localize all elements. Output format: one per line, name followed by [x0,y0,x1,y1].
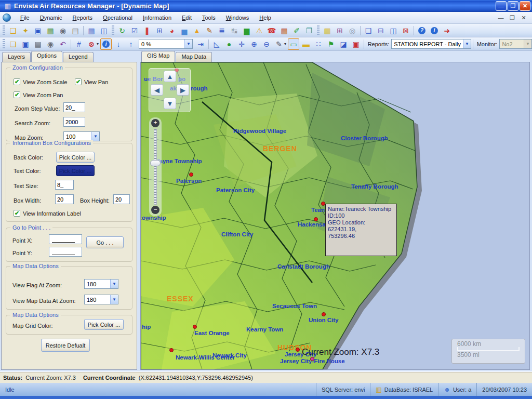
tab-legend[interactable]: Legend [63,52,94,62]
key-icon-button[interactable]: ✦ [20,25,31,36]
restore-button[interactable]: ❐ [508,1,518,11]
measure-icon-button[interactable]: ▬ [300,38,312,50]
text-color-button[interactable]: Pick Color ... [56,165,95,176]
menu-help[interactable]: Help [254,13,276,22]
print-icon-button[interactable]: ▤ [32,38,44,50]
pan-mode-icon-button[interactable]: ✛ [236,38,247,50]
save-icon-button[interactable]: ▣ [32,25,44,36]
calendar-icon-button[interactable]: ▦ [278,25,290,36]
minimize-button[interactable]: — [496,1,507,11]
close-window-icon-button[interactable]: ⊠ [400,25,411,36]
view-zoom-scale-checkbox[interactable]: ✔ View Zoom Scale [14,78,67,85]
print-icon-button[interactable]: ▤ [70,25,81,36]
text-size-input[interactable] [55,180,74,190]
help-icon-button[interactable]: ? [416,25,428,36]
zoom-down-icon-button[interactable]: ↓ [113,38,124,50]
warning-icon-button[interactable]: ⚠ [254,25,265,36]
pan-left-button[interactable]: ◀ [151,84,163,96]
undo-icon-button[interactable]: ↶ [57,38,69,50]
zoom-slider-thumb[interactable] [150,160,161,166]
chevron-down-icon[interactable]: ▼ [110,295,118,304]
map-grid-icon-button[interactable]: # [73,38,85,50]
multi-chart-icon-button[interactable]: ▆ [241,25,252,36]
layers-level-icon-button[interactable]: ⇥ [195,38,206,50]
view-information-label-checkbox[interactable]: ✔ View Information Label [14,210,81,217]
save-icon-button[interactable]: ▣ [20,38,31,50]
back-color-button[interactable]: Pick Color ... [56,152,95,163]
compare-icon-button[interactable]: ↹ [229,25,240,36]
pointer-pen-icon-button[interactable]: ✎ [273,38,285,50]
pie-chart-icon-button[interactable]: ◕ [166,25,178,36]
station-marker[interactable] [296,348,300,352]
menu-operational[interactable]: Operational [98,13,138,22]
tile-horizontal-icon-button[interactable]: ⊟ [375,25,387,36]
tab-map-data[interactable]: Map Data [176,52,212,62]
zoom-up-icon-button[interactable]: ↑ [125,38,137,50]
search-zoom-input[interactable] [63,117,85,127]
dropdown-caret-icon[interactable]: ▾ [97,42,99,46]
chevron-down-icon[interactable]: ▼ [184,39,192,48]
calculator-icon-button[interactable]: ⊞ [334,25,345,36]
station-marker[interactable] [314,217,318,221]
view-flag-at-zoom-combo[interactable]: 180 ▼ [84,279,118,289]
pan-up-button[interactable]: ▲ [164,71,176,82]
menu-windows[interactable]: Windows [221,13,255,22]
about-info-icon-button[interactable]: i [429,25,440,36]
map-grid-color-button[interactable]: Pick Color ... [84,319,124,330]
exit-icon-button[interactable]: ➜ [441,25,453,36]
highlighter-icon-button[interactable]: ✎ [204,25,215,36]
reports-combo[interactable]: STATION REPORT - Daily ▼ [391,39,471,49]
refresh-icon-button[interactable]: ↻ [116,25,128,36]
menu-information[interactable]: Information [138,13,177,22]
box-height-input[interactable] [113,194,130,204]
chevron-down-icon[interactable]: ▼ [463,39,471,48]
cascade-windows-icon-button[interactable]: ❏ [363,25,374,36]
flag-icon-button[interactable]: ⚑ [325,38,337,50]
menu-edit[interactable]: Edit [177,13,197,22]
pencil-icon-button[interactable]: ✐ [291,25,302,36]
view-map-data-at-zoom-combo[interactable]: 180 ▼ [84,295,118,304]
station-marker[interactable] [169,348,174,352]
tile-vertical-icon-button[interactable]: ◫ [388,25,399,36]
database-icon-button[interactable]: ▥ [322,25,333,36]
print-preview-icon-button[interactable]: ◉ [45,38,56,50]
select-scale-icon-button[interactable]: ◺ [211,38,222,50]
dots-grid-icon-button[interactable]: ∷ [313,38,324,50]
point-x-input[interactable] [49,234,82,244]
cd-icon-button[interactable]: ◎ [347,25,358,36]
zoom-out-icon-button[interactable]: ⊖ [261,38,272,50]
shapes-icon-button[interactable]: ▲ [191,25,203,36]
station-marker[interactable] [193,325,197,329]
box-width-input[interactable] [55,194,74,204]
zoom-out-button[interactable]: − [151,206,159,214]
restore-default-button[interactable]: Restore Defualt [41,339,90,352]
zoom-percent-combo[interactable]: 0 %▼ [139,39,193,49]
point-y-input[interactable] [49,247,82,257]
dropdown-caret-icon[interactable]: ▾ [284,42,286,46]
zoom-step-input[interactable] [63,102,85,112]
zoom-in-button[interactable]: + [151,119,159,127]
view-pan-checkbox[interactable]: ✔ View Pan [75,78,108,85]
station-marker[interactable] [189,172,193,177]
view-zoom-pan-checkbox[interactable]: ✔ View Zoom Pan [14,91,63,98]
menu-reports[interactable]: Reports [68,13,98,22]
info-mode-icon-button[interactable]: i [100,38,112,50]
select-rect-icon-button[interactable]: ▭ [288,38,299,50]
chart-list-icon-button[interactable]: ≣ [216,25,228,36]
open-folder-icon-button[interactable]: ❑ [7,38,19,50]
pan-right-button[interactable]: ▶ [177,84,189,96]
mdi-restore-button[interactable]: ❐ [508,15,516,21]
zoom-slider-track[interactable] [154,129,157,205]
menu-dynamic[interactable]: Dynamic [35,13,68,22]
menu-tools[interactable]: Tools [197,13,221,22]
tab-layers[interactable]: Layers [2,52,31,62]
chevron-down-icon[interactable]: ▼ [110,280,118,288]
station-marker[interactable] [310,357,314,361]
tab-gis-map[interactable]: GIS Map [141,51,175,62]
go-button[interactable]: Go . . . [86,236,124,248]
menu-file[interactable]: File [15,13,35,22]
close-button[interactable]: ✕ [520,1,530,11]
mdi-minimize-button[interactable]: — [497,15,505,21]
save-map-icon-button[interactable]: ▣ [350,38,362,50]
grid-icon-button[interactable]: ⊞ [154,25,165,36]
